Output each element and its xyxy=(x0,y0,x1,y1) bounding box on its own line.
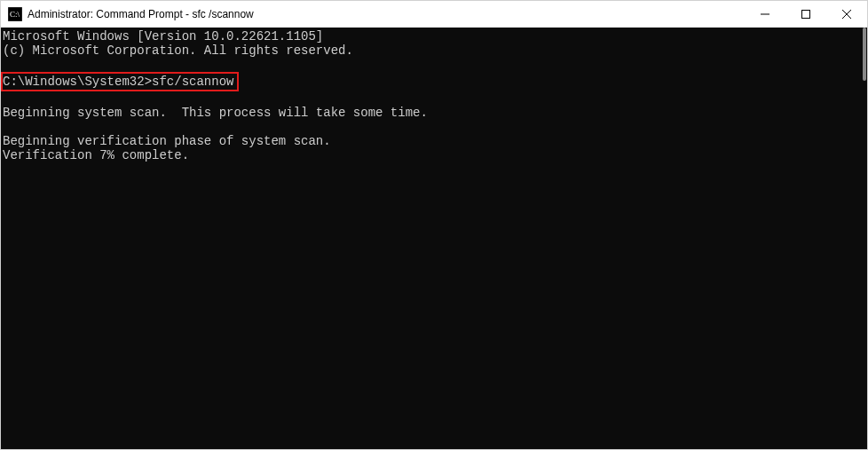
output-line: (c) Microsoft Corporation. All rights re… xyxy=(3,43,855,58)
command-prompt-window: C:\ Administrator: Command Prompt - sfc … xyxy=(0,0,868,450)
titlebar[interactable]: C:\ Administrator: Command Prompt - sfc … xyxy=(1,1,867,28)
scrollbar[interactable] xyxy=(855,28,867,449)
command-highlight: C:\Windows\System32>sfc/scannow xyxy=(1,72,239,91)
svg-rect-3 xyxy=(802,11,810,19)
blank-line xyxy=(3,120,855,134)
terminal-output[interactable]: Microsoft Windows [Version 10.0.22621.11… xyxy=(1,28,855,449)
blank-line xyxy=(3,91,855,106)
output-line: Verification 7% complete. xyxy=(3,148,855,162)
prompt-line: C:\Windows\System32>sfc/scannow xyxy=(3,72,855,91)
cmd-icon: C:\ xyxy=(8,7,22,21)
close-button[interactable] xyxy=(826,1,867,28)
svg-text:C:\: C:\ xyxy=(10,10,20,19)
output-line: Beginning verification phase of system s… xyxy=(3,134,855,148)
window-title: Administrator: Command Prompt - sfc /sca… xyxy=(28,8,254,20)
window-controls xyxy=(745,1,867,28)
terminal-area: Microsoft Windows [Version 10.0.22621.11… xyxy=(1,28,867,449)
minimize-button[interactable] xyxy=(745,1,785,28)
maximize-button[interactable] xyxy=(785,1,826,28)
output-line: Microsoft Windows [Version 10.0.22621.11… xyxy=(3,29,855,43)
blank-line xyxy=(3,58,855,72)
output-line: Beginning system scan. This process will… xyxy=(3,106,855,120)
scroll-thumb[interactable] xyxy=(863,28,866,81)
